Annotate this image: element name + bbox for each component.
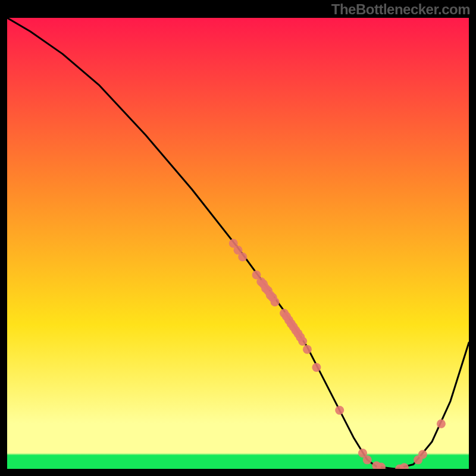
data-point	[335, 406, 344, 415]
chart-plot	[7, 18, 469, 469]
data-point	[238, 252, 247, 261]
attribution-label: TheBottlenecker.com	[331, 1, 470, 18]
data-point	[271, 298, 280, 306]
chart-svg	[7, 18, 469, 469]
data-point	[303, 345, 312, 354]
gradient-bg	[7, 18, 469, 469]
data-point	[418, 450, 427, 459]
data-point	[312, 363, 321, 372]
data-point	[298, 337, 307, 346]
chart-frame: TheBottlenecker.com	[0, 0, 476, 476]
data-point	[363, 455, 372, 464]
data-point	[437, 419, 446, 428]
